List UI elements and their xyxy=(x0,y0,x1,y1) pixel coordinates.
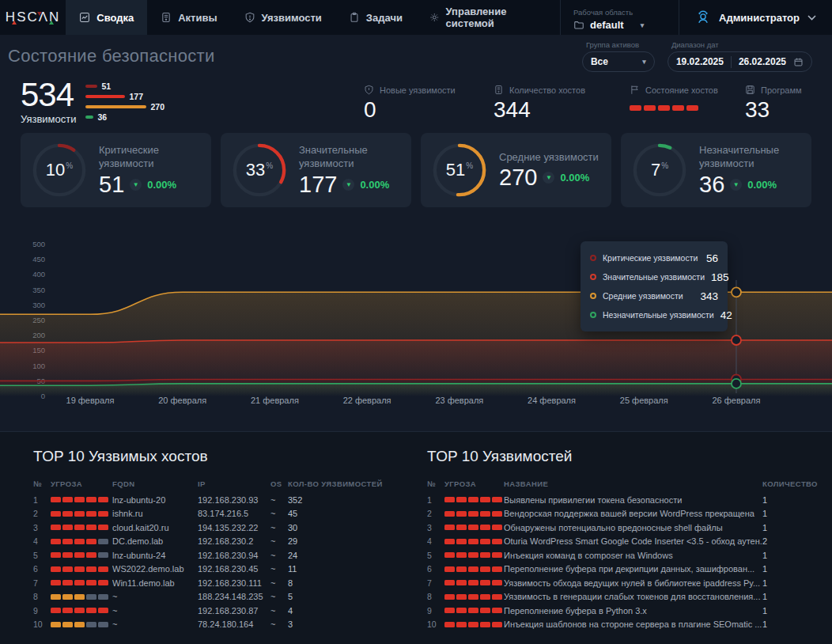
tooltip-label: Средние уязвимости xyxy=(603,291,694,301)
threat-bars xyxy=(51,608,112,613)
tab-system-management[interactable]: Управление системой xyxy=(416,0,560,35)
breakdown-value: 177 xyxy=(129,92,143,101)
table-cell: 188.234.148.235 xyxy=(198,592,270,601)
table-row[interactable]: 4DC.demo.lab192.168.230.2~29 xyxy=(33,535,395,549)
logo-triangle-maroon-icon xyxy=(37,12,42,16)
table-cell: ~ xyxy=(270,606,288,616)
stat-items: Новые уязвимости 0 Количество хостов 344… xyxy=(364,83,811,121)
tab-vulnerabilities[interactable]: Уязвимости xyxy=(231,0,335,35)
threat-bar xyxy=(62,580,73,585)
table-cell: 6 xyxy=(427,564,444,574)
severity-card-critical: 10% Критические уязвимости 51 ▼ 0.00% xyxy=(21,133,211,207)
threat-bars xyxy=(444,608,504,613)
user-menu[interactable]: Администратор xyxy=(679,0,832,35)
card-value: 270 xyxy=(499,166,537,189)
threat-bar xyxy=(456,539,467,544)
threat-bar xyxy=(74,511,85,517)
table-cell: 352 xyxy=(288,495,395,505)
svg-text:500: 500 xyxy=(32,240,45,248)
table-cell: 9 xyxy=(427,606,444,616)
table-row[interactable]: 9Переполнение буфера в Python 3.x1 xyxy=(427,604,811,618)
table-row[interactable]: 3cloud.kait20.ru194.135.232.22~30 xyxy=(33,521,395,535)
host-state-bar xyxy=(644,105,656,111)
date-range-picker[interactable]: 19.02.2025 26.02.2025 xyxy=(667,51,812,72)
table-cell: 2 xyxy=(33,509,51,518)
tab-summary[interactable]: Сводка xyxy=(66,0,147,35)
svg-text:20 февраля: 20 февраля xyxy=(158,396,206,405)
table-cell: 9 xyxy=(33,606,51,616)
threat-bars xyxy=(51,539,112,544)
table-row[interactable]: 1Выявлены привилегии токена безопасности… xyxy=(427,493,811,507)
severity-gauge: 51% xyxy=(430,141,489,199)
table-cell: 1 xyxy=(762,509,811,518)
table-cell: 30 xyxy=(288,523,395,532)
tab-assets[interactable]: Активы xyxy=(147,0,230,35)
threat-bars xyxy=(51,566,112,572)
threat-bar xyxy=(480,525,490,530)
threat-bar xyxy=(468,552,478,558)
table-row[interactable]: 9~192.168.230.87~4 xyxy=(33,604,395,618)
stat-value: 0 xyxy=(364,99,494,121)
table-cell: ~ xyxy=(112,606,198,616)
threat-bar xyxy=(456,552,467,558)
chevron-down-icon: ▾ xyxy=(642,58,646,66)
svg-text:24 февраля: 24 февраля xyxy=(528,396,576,405)
tasks-icon xyxy=(349,12,360,23)
threat-bar xyxy=(492,622,502,627)
table-row[interactable]: 10~78.24.180.164~3 xyxy=(33,618,395,632)
table-row[interactable]: 8~188.234.148.235~5 xyxy=(33,590,395,604)
threat-bar xyxy=(86,566,96,572)
table-cell: cloud.kait20.ru xyxy=(112,523,198,532)
app-logo[interactable]: HSCΛN xyxy=(0,0,66,35)
threat-bar xyxy=(62,566,73,572)
table-cell: Переполнение буфера в Python 3.x xyxy=(504,606,762,616)
tooltip-label: Незначительные уязвимости xyxy=(603,310,714,320)
table-cell: ~ xyxy=(270,536,288,546)
threat-bar xyxy=(444,539,455,544)
breakdown-row: 177 xyxy=(85,93,165,100)
threat-bar xyxy=(480,580,490,585)
severity-gauge: 10% xyxy=(30,141,89,199)
gauge-percent: 10 xyxy=(46,160,65,180)
table-row[interactable]: 10Инъекция шаблонов на стороне сервера в… xyxy=(427,618,811,632)
table-row[interactable]: 2Вендорская поддержка вашей версии WordP… xyxy=(427,507,811,521)
table-cell: 8 xyxy=(288,578,395,588)
card-title: Значительные уязвимости xyxy=(299,144,402,171)
threat-bar xyxy=(492,566,502,572)
tooltip-row: Средние уязвимости343 xyxy=(590,286,718,305)
table-cell: 2 xyxy=(762,536,811,546)
table-cell: 1 xyxy=(762,523,811,532)
table-cell: 192.168.230.2 xyxy=(198,536,270,546)
threat-bar xyxy=(51,539,61,544)
table-row[interactable]: 8Уязвимость в генерации слабых токенов д… xyxy=(427,590,811,604)
table-cell: Вендорская поддержка вашей версии WordPr… xyxy=(504,509,762,518)
table-row[interactable]: 7Уязвимость обхода ведущих нулей в библи… xyxy=(427,576,811,590)
threat-bar xyxy=(86,497,96,502)
table-row[interactable]: 1lnz-ubuntu-20192.168.230.93~352 xyxy=(33,493,395,507)
breakdown-row: 36 xyxy=(85,113,165,121)
threat-bar xyxy=(456,580,467,585)
column-header: УГРОЗА xyxy=(444,479,504,488)
table-row[interactable]: 5lnz-ubuntu-24192.168.230.94~24 xyxy=(33,548,395,563)
table-row[interactable]: 3Обнаружены потенциально вредоносные she… xyxy=(427,521,811,535)
table-row[interactable]: 2ishnk.ru83.174.216.5~45 xyxy=(33,507,395,521)
table-row[interactable]: 7Win11.demo.lab192.168.230.111~8 xyxy=(33,576,395,590)
tab-label: Управление системой xyxy=(446,6,547,29)
table-row[interactable]: 6Переполнение буфера при декрипции данны… xyxy=(427,563,811,577)
tab-tasks[interactable]: Задачи xyxy=(335,0,416,35)
table-cell: ~ xyxy=(270,509,288,518)
table-title: TOP 10 Уязвимых хостов xyxy=(33,448,395,465)
table-cell: 5 xyxy=(33,551,51,560)
table-cell: 192.168.230.111 xyxy=(198,578,270,588)
threat-bar xyxy=(468,580,478,585)
asset-group-select[interactable]: Все ▾ xyxy=(582,51,655,72)
table-cell: WS2022.demo.lab xyxy=(112,564,198,574)
date-range-label: Диапазон дат xyxy=(671,40,812,49)
table-row[interactable]: 4Oturia WordPress Smart Google Code Inse… xyxy=(427,535,811,549)
workspace-selector[interactable]: Рабочая область default ▾ xyxy=(560,0,679,35)
trend-down-icon: ▼ xyxy=(130,179,142,191)
threat-bar xyxy=(98,511,108,517)
table-row[interactable]: 5Инъекция команд в composer на Windows1 xyxy=(427,548,811,563)
threat-bar xyxy=(98,580,108,585)
table-row[interactable]: 6WS2022.demo.lab192.168.230.45~11 xyxy=(33,563,395,577)
